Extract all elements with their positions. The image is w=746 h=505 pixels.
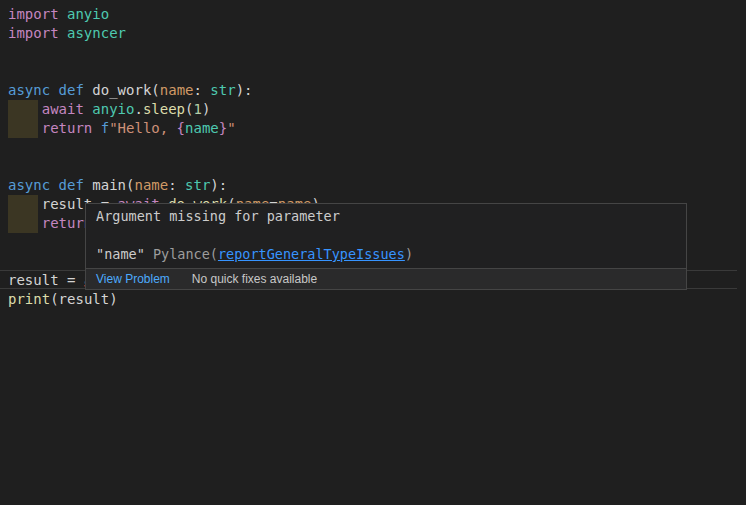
code-token: { [177,120,185,136]
code-token [59,6,67,22]
code-editor: import anyioimport asyncerasync def do_w… [0,0,746,505]
code-token: def [59,177,84,193]
code-token: import [8,6,59,22]
hover-footer: View Problem No quick fixes available [86,268,686,289]
code-token: sleep [143,101,185,117]
code-token [8,120,42,136]
code-token: : [194,82,211,98]
code-token: ) [202,101,210,117]
code-token: ( [185,101,193,117]
code-token [50,177,58,193]
code-token: " [227,120,235,136]
code-token: name [185,120,219,136]
diagnostic-hover-tooltip: Argument missing for parameter "name" Py… [85,203,687,290]
code-token: . [134,101,142,117]
diagnostic-message: Argument missing for parameter "name" Py… [86,204,686,268]
diagnostic-rule-link[interactable]: reportGeneralTypeIssues [218,246,405,262]
code-line-7[interactable]: return f"Hello, {name}" [8,119,236,138]
code-token: result [8,272,59,288]
code-line-5[interactable]: async def do_work(name: str): [8,81,253,100]
code-token: str [210,82,235,98]
code-token: name [160,82,194,98]
code-token: ( [151,82,159,98]
code-token: main [92,177,126,193]
code-token: name [134,177,168,193]
code-token: ): [236,82,253,98]
code-token: return [42,120,93,136]
code-token: ) [109,291,117,307]
code-token: } [219,120,227,136]
code-line-10[interactable]: async def main(name: str): [8,176,227,195]
code-token: anyio [67,6,109,22]
code-token [92,120,100,136]
code-token: async [8,82,50,98]
code-token [59,25,67,41]
code-token: 1 [194,101,202,117]
no-quick-fixes-label: No quick fixes available [192,272,317,286]
code-token [50,82,58,98]
code-line-1[interactable]: import anyio [8,5,109,24]
code-token: "Hello, [109,120,176,136]
code-token: : [168,177,185,193]
code-token: f [101,120,109,136]
code-token: print [8,291,50,307]
diagnostic-source-close: ) [405,246,413,262]
code-token: asyncer [67,25,126,41]
code-token [8,196,42,212]
view-problem-link[interactable]: View Problem [96,272,170,286]
diagnostic-source: Pylance( [153,246,218,262]
code-token: import [8,25,59,41]
code-token: str [185,177,210,193]
diagnostic-text-line1: Argument missing for parameter [96,208,340,224]
code-token: result [59,291,110,307]
code-token: = [59,272,84,288]
code-token [8,101,42,117]
code-line-6[interactable]: await anyio.sleep(1) [8,100,210,119]
code-token: ): [210,177,227,193]
code-token: anyio [92,101,134,117]
code-token [8,215,42,231]
diagnostic-param-name: "name" [96,246,153,262]
code-token: do_work [92,82,151,98]
code-line-16[interactable]: print(result) [8,290,118,309]
code-token: def [59,82,84,98]
code-token: await [42,101,84,117]
code-token: ( [50,291,58,307]
code-line-2[interactable]: import asyncer [8,24,126,43]
code-token: async [8,177,50,193]
